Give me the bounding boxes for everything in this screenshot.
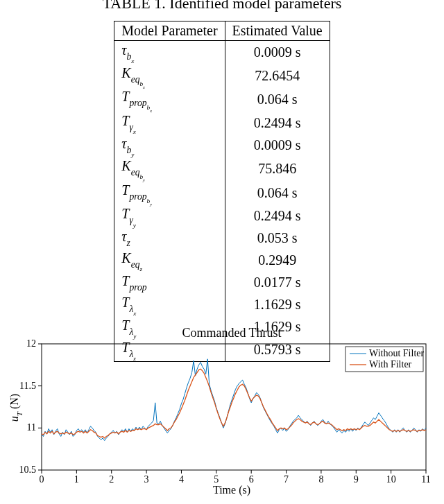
svg-text:0: 0 bbox=[40, 474, 44, 485]
svg-text:5: 5 bbox=[214, 474, 219, 485]
chart-title: Commanded Thrust bbox=[182, 326, 281, 340]
svg-text:11: 11 bbox=[421, 474, 430, 485]
param-value: 75.846 bbox=[225, 157, 330, 181]
table-row: τby0.0009 s bbox=[114, 134, 330, 157]
svg-text:7: 7 bbox=[284, 474, 289, 485]
param-name: τz bbox=[114, 227, 225, 249]
param-value: 0.2949 bbox=[225, 249, 330, 272]
table-row: Tλx1.1629 s bbox=[114, 293, 330, 316]
param-value: 0.064 s bbox=[225, 181, 330, 205]
svg-text:11.5: 11.5 bbox=[19, 381, 36, 391]
series-with-filter bbox=[42, 369, 426, 438]
param-value: 0.2494 s bbox=[225, 205, 330, 227]
legend: Without Filter With Filter bbox=[345, 347, 424, 372]
table-row: Tγx0.2494 s bbox=[114, 112, 330, 134]
param-name: τbx bbox=[114, 41, 225, 64]
param-name: Keqbx bbox=[114, 64, 225, 88]
param-name: Tpropbx bbox=[114, 87, 225, 112]
commanded-thrust-chart: Commanded Thrust 01234567891011 10.51111… bbox=[8, 324, 436, 498]
col-header-value: Estimated Value bbox=[225, 21, 330, 41]
param-value: 0.0009 s bbox=[225, 134, 330, 157]
svg-text:10.5: 10.5 bbox=[19, 464, 37, 475]
svg-text:3: 3 bbox=[144, 474, 149, 485]
legend-label-without-filter: Without Filter bbox=[369, 348, 424, 358]
param-value: 0.0009 s bbox=[225, 41, 330, 64]
table-row: Tpropbx0.064 s bbox=[114, 87, 330, 112]
param-name: Tprop bbox=[114, 272, 225, 293]
parameter-table-wrap: Model Parameter Estimated Value τbx0.000… bbox=[0, 21, 444, 362]
table-row: Keqz0.2949 bbox=[114, 249, 330, 272]
svg-text:4: 4 bbox=[179, 474, 184, 485]
table-row: Tprop0.0177 s bbox=[114, 272, 330, 293]
svg-text:9: 9 bbox=[354, 474, 359, 485]
param-value: 0.2494 s bbox=[225, 112, 330, 134]
table-row: Tpropby0.064 s bbox=[114, 181, 330, 205]
table-row: τz0.053 s bbox=[114, 227, 330, 249]
param-value: 1.1629 s bbox=[225, 293, 330, 316]
svg-text:11: 11 bbox=[27, 422, 36, 433]
param-name: Tγy bbox=[114, 205, 225, 227]
svg-text:1: 1 bbox=[74, 474, 79, 485]
param-name: Tpropby bbox=[114, 181, 225, 205]
y-axis-label: uT (N) bbox=[8, 394, 24, 422]
table-header-row: Model Parameter Estimated Value bbox=[114, 21, 330, 41]
x-axis-label: Time (s) bbox=[213, 484, 250, 496]
param-value: 0.064 s bbox=[225, 87, 330, 112]
legend-label-with-filter: With Filter bbox=[369, 359, 412, 370]
svg-text:10: 10 bbox=[386, 474, 396, 485]
param-value: 0.053 s bbox=[225, 227, 330, 249]
param-name: τby bbox=[114, 134, 225, 157]
param-name: Tγx bbox=[114, 112, 225, 134]
table-row: Keqby75.846 bbox=[114, 157, 330, 181]
svg-text:8: 8 bbox=[318, 474, 323, 485]
param-name: Keqby bbox=[114, 157, 225, 181]
param-value: 0.0177 s bbox=[225, 272, 330, 293]
param-value: 72.6454 bbox=[225, 64, 330, 88]
param-name: Tλx bbox=[114, 293, 225, 316]
parameter-table: Model Parameter Estimated Value τbx0.000… bbox=[114, 21, 330, 362]
col-header-parameter: Model Parameter bbox=[114, 21, 225, 41]
table-row: Keqbx72.6454 bbox=[114, 64, 330, 88]
svg-text:2: 2 bbox=[109, 474, 114, 485]
table-row: Tγy0.2494 s bbox=[114, 205, 330, 227]
table-row: τbx0.0009 s bbox=[114, 41, 330, 64]
table-caption: TABLE 1. Identified model parameters bbox=[0, 0, 444, 12]
svg-text:12: 12 bbox=[26, 338, 36, 349]
svg-text:6: 6 bbox=[249, 474, 254, 485]
param-name: Keqz bbox=[114, 249, 225, 272]
